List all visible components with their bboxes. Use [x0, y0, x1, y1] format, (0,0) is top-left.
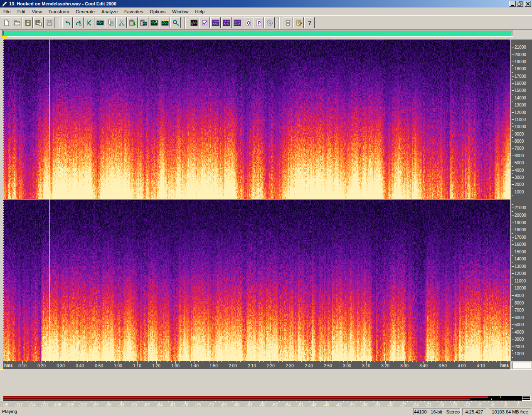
frequency-ruler[interactable]: 2100020000190001800017000160001500014000…: [511, 40, 532, 361]
frequency-analysis-button[interactable]: Q: [243, 17, 253, 28]
menu-analyze[interactable]: Analyze: [98, 8, 121, 15]
time-tick: [183, 361, 183, 362]
toolbar-group: [1, 17, 55, 28]
db-tick: [360, 401, 361, 402]
convert-sample-type-button[interactable]: [160, 17, 170, 28]
save-as-button[interactable]: [33, 17, 44, 28]
db-tick: [373, 401, 374, 402]
freq-tick: [512, 321, 513, 321]
time-tick: [153, 361, 153, 362]
cursor-marker-top[interactable]: [2, 36, 7, 40]
clip-indicator[interactable]: [522, 396, 532, 401]
scripts-button[interactable]: [293, 17, 304, 28]
mix-paste-button[interactable]: [149, 17, 159, 28]
time-tick: [477, 361, 478, 362]
mixdown-button[interactable]: [232, 17, 242, 28]
time-tick: [488, 361, 489, 362]
time-tick: [95, 361, 96, 362]
time-tick: [473, 361, 474, 362]
time-tick: [167, 361, 168, 362]
menu-options[interactable]: Options: [146, 8, 169, 15]
db-tick: [501, 401, 502, 402]
restore-button[interactable]: [517, 1, 523, 7]
db-tick: [228, 401, 228, 402]
check-box-icon: [201, 20, 209, 26]
waveform-view-button[interactable]: [189, 17, 199, 28]
db-ruler[interactable]: dB-117-114-111-108-105-102-99-96-93-90-8…: [0, 401, 532, 407]
freq-tick: [512, 145, 513, 145]
freq-tick: [512, 76, 514, 77]
time-tick: [45, 361, 46, 362]
save-button[interactable]: [22, 17, 33, 28]
toolbar: QP?: [0, 15, 532, 30]
redo-button[interactable]: [73, 17, 84, 28]
menu-view[interactable]: View: [29, 8, 45, 15]
trim-button[interactable]: [84, 17, 94, 28]
time-label: 0:10: [18, 364, 26, 368]
overview-panel[interactable]: [2, 30, 513, 37]
db-tick: [356, 401, 357, 402]
freq-tick: [512, 87, 513, 87]
paste-icon: [129, 20, 136, 26]
freq-tick: [512, 310, 514, 310]
freq-label: 16000: [515, 81, 526, 86]
time-ruler[interactable]: 0:100:200:300:400:501:001:101:201:301:40…: [3, 361, 510, 369]
save-selection-button[interactable]: [44, 17, 54, 28]
find-phrases-button[interactable]: [170, 17, 181, 28]
new-file-button[interactable]: [1, 17, 11, 28]
time-tick: [187, 361, 187, 362]
adjust-boundaries-button[interactable]: [95, 17, 105, 28]
phase-analysis-button[interactable]: P: [254, 17, 264, 28]
minimize-button[interactable]: [509, 1, 516, 7]
paste-to-new-button[interactable]: [138, 17, 148, 28]
menu-file[interactable]: File: [0, 8, 14, 15]
freq-tick: [512, 266, 514, 267]
db-tick: [347, 401, 348, 402]
db-tick: [335, 401, 335, 402]
time-tick: [332, 361, 332, 362]
menu-help[interactable]: Help: [192, 8, 208, 15]
cd-player-button[interactable]: [264, 17, 275, 28]
fonts-button[interactable]: [283, 17, 293, 28]
play-list-button[interactable]: [221, 17, 232, 28]
time-label: 0:30: [57, 364, 64, 368]
open-file-button[interactable]: [12, 17, 22, 28]
menu-favorites[interactable]: Favorites: [121, 8, 146, 15]
menu-window[interactable]: Window: [169, 8, 192, 15]
scope-icon: [190, 20, 198, 26]
freq-label: 20000: [515, 52, 526, 57]
menu-generate[interactable]: Generate: [72, 8, 98, 15]
settings-check-button[interactable]: [200, 17, 210, 28]
db-tick: [15, 401, 15, 402]
freq-tick: [512, 281, 514, 281]
freq-label: 10000: [515, 124, 526, 129]
time-tick: [458, 361, 458, 362]
db-tick: [458, 401, 459, 402]
title-bar[interactable]: 13. Hooked on Mendelssohn.wav - Cool Edi…: [0, 0, 532, 7]
freq-tick: [512, 255, 513, 256]
time-tick: [401, 361, 401, 362]
level-meter[interactable]: [3, 396, 522, 401]
db-tick: [407, 401, 408, 402]
time-label: 1:20: [152, 364, 160, 368]
undo-button[interactable]: [62, 17, 73, 28]
time-tick: [49, 361, 49, 362]
cue-list-button[interactable]: [210, 17, 221, 28]
ruler-corner-box: [512, 362, 531, 369]
menu-edit[interactable]: Edit: [14, 8, 29, 15]
freq-tick: [512, 170, 514, 171]
freq-label: 19000: [515, 220, 526, 225]
copy-button[interactable]: [106, 17, 116, 28]
doc-q-icon: Q: [244, 20, 252, 26]
overview-range-bar[interactable]: [3, 31, 511, 35]
db-tick: [510, 401, 510, 402]
help-button[interactable]: ?: [304, 17, 315, 28]
freq-tick: [512, 215, 514, 215]
freq-tick: [512, 295, 514, 296]
spectrogram-display[interactable]: [3, 40, 510, 361]
menu-transform[interactable]: Transform: [45, 8, 72, 15]
paste-wave-icon: [140, 20, 147, 26]
cut-button[interactable]: [116, 17, 127, 28]
paste-button[interactable]: [127, 17, 138, 28]
close-button[interactable]: [525, 1, 531, 7]
